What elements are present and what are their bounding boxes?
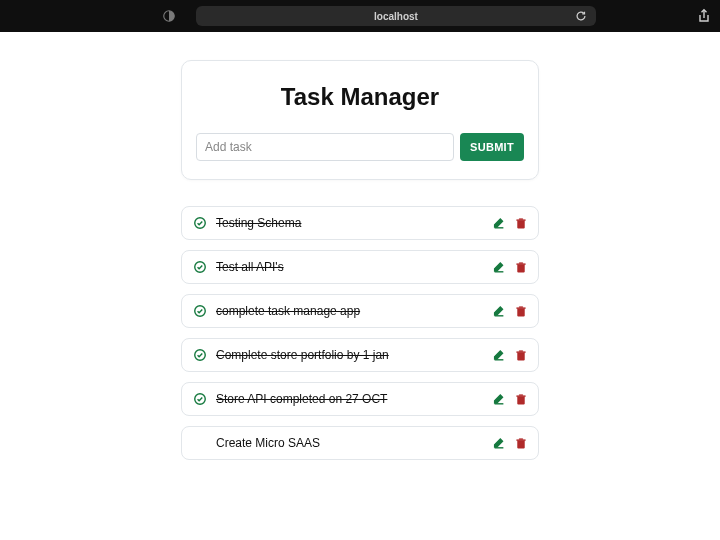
trash-icon[interactable] [514, 304, 528, 318]
share-icon[interactable] [696, 8, 712, 24]
task-actions [492, 392, 528, 406]
task-label: Complete store portfolio by 1 jan [216, 348, 484, 362]
check-circle-icon[interactable] [192, 391, 208, 407]
trash-icon[interactable] [514, 392, 528, 406]
check-placeholder[interactable] [192, 435, 208, 451]
trash-icon[interactable] [514, 216, 528, 230]
task-label: Create Micro SAAS [216, 436, 484, 450]
browser-chrome-bar: localhost [0, 0, 720, 32]
url-bar[interactable]: localhost [196, 6, 596, 26]
task-label: Store API completed on 27 OCT [216, 392, 484, 406]
task-actions [492, 348, 528, 362]
task-label: Test all API's [216, 260, 484, 274]
edit-icon[interactable] [492, 304, 506, 318]
task-actions [492, 304, 528, 318]
check-circle-icon[interactable] [192, 259, 208, 275]
task-row: Test all API's [181, 250, 539, 284]
task-list: Testing SchemaTest all API'scomplete tas… [181, 206, 539, 460]
edit-icon[interactable] [492, 436, 506, 450]
url-text: localhost [374, 11, 418, 22]
edit-icon[interactable] [492, 260, 506, 274]
task-row: Create Micro SAAS [181, 426, 539, 460]
page-body: Task Manager SUBMIT Testing SchemaTest a… [0, 32, 720, 540]
task-row: Testing Schema [181, 206, 539, 240]
task-actions [492, 436, 528, 450]
trash-icon[interactable] [514, 260, 528, 274]
task-label: complete task manage app [216, 304, 484, 318]
check-circle-icon[interactable] [192, 347, 208, 363]
check-circle-icon[interactable] [192, 215, 208, 231]
trash-icon[interactable] [514, 348, 528, 362]
add-task-input[interactable] [196, 133, 454, 161]
edit-icon[interactable] [492, 216, 506, 230]
privacy-report-icon[interactable] [162, 9, 176, 23]
edit-icon[interactable] [492, 392, 506, 406]
page-title: Task Manager [196, 83, 524, 111]
task-label: Testing Schema [216, 216, 484, 230]
submit-button[interactable]: SUBMIT [460, 133, 524, 161]
task-row: complete task manage app [181, 294, 539, 328]
input-row: SUBMIT [196, 133, 524, 161]
task-actions [492, 216, 528, 230]
edit-icon[interactable] [492, 348, 506, 362]
trash-icon[interactable] [514, 436, 528, 450]
check-circle-icon[interactable] [192, 303, 208, 319]
task-input-card: Task Manager SUBMIT [181, 60, 539, 180]
task-row: Store API completed on 27 OCT [181, 382, 539, 416]
task-actions [492, 260, 528, 274]
reload-icon[interactable] [574, 9, 588, 23]
task-row: Complete store portfolio by 1 jan [181, 338, 539, 372]
